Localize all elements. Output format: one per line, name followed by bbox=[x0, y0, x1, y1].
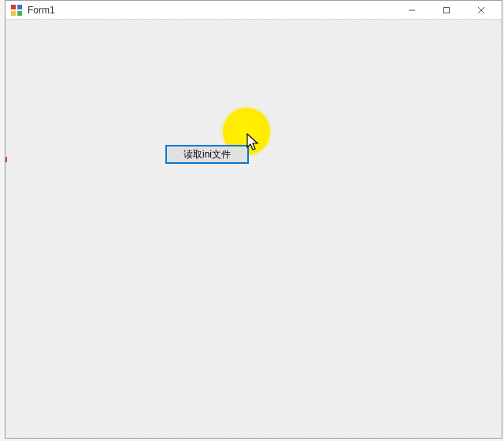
maximize-button[interactable] bbox=[429, 1, 464, 19]
cursor-icon bbox=[246, 133, 262, 154]
svg-rect-5 bbox=[444, 7, 450, 13]
window-title: Form1 bbox=[28, 4, 395, 17]
svg-rect-0 bbox=[11, 5, 16, 9]
client-area: 读取ini文件 bbox=[6, 20, 502, 438]
window-controls bbox=[395, 1, 498, 19]
svg-rect-3 bbox=[17, 11, 22, 16]
svg-rect-1 bbox=[17, 5, 22, 9]
minimize-button[interactable] bbox=[395, 1, 429, 19]
artifact-mark bbox=[6, 157, 7, 162]
app-icon bbox=[10, 4, 23, 17]
svg-rect-2 bbox=[11, 11, 16, 16]
titlebar[interactable]: Form1 bbox=[6, 1, 502, 20]
app-window: Form1 读取ini文件 bbox=[5, 0, 502, 439]
read-ini-button[interactable]: 读取ini文件 bbox=[166, 146, 248, 163]
close-button[interactable] bbox=[464, 1, 498, 19]
